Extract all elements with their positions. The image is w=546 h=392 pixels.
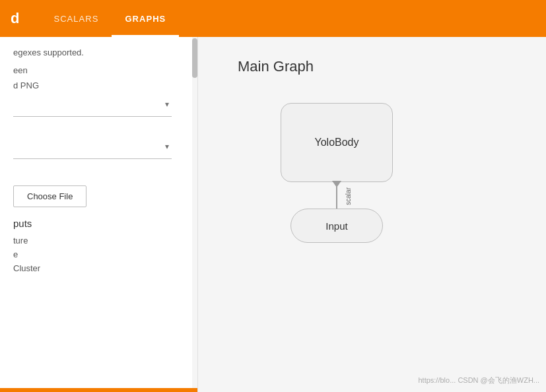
choose-file-button[interactable]: Choose File [13, 185, 86, 207]
sidebar: egexes supported. een d PNG Choose File … [0, 37, 198, 392]
nav-item-graphs[interactable]: GRAPHS [112, 0, 179, 37]
edge-connector: scalar [336, 182, 337, 209]
inputs-title: puts [13, 218, 184, 229]
bottom-accent-bar [0, 388, 197, 392]
app-logo: d [11, 10, 19, 27]
watermark: https://blo... CSDN @会飞的渔WZH... [418, 376, 539, 385]
regex-text: egexes supported. [13, 48, 184, 57]
graph-container: YoloBody scalar Input [238, 103, 436, 243]
main-layout: egexes supported. een d PNG Choose File … [0, 37, 546, 392]
dropdown1[interactable] [13, 96, 172, 117]
header: d SCALARS GRAPHS [0, 0, 546, 37]
dropdown2[interactable] [13, 138, 172, 159]
scrollbar-thumb[interactable] [192, 38, 197, 78]
sidebar-item-3: Cluster [13, 263, 184, 273]
node-yolobody[interactable]: YoloBody [281, 103, 393, 182]
node-input[interactable]: Input [290, 209, 383, 243]
nav-item-scalars[interactable]: SCALARS [40, 0, 112, 37]
sidebar-item-1: ture [13, 236, 184, 245]
dropdown1-wrapper [13, 96, 172, 127]
seen-label: een [13, 65, 184, 75]
png-label: d PNG [13, 81, 184, 90]
main-nav: SCALARS GRAPHS [40, 0, 179, 37]
edge-label: scalar [345, 187, 352, 205]
sidebar-item-2: e [13, 249, 184, 259]
dropdown2-wrapper [13, 138, 172, 170]
graph-area: Main Graph YoloBody scalar Input https:/… [198, 37, 546, 392]
graph-title: Main Graph [238, 58, 314, 75]
edge-arrow [332, 181, 341, 187]
scrollbar-track [192, 37, 197, 392]
sidebar-content: egexes supported. een d PNG Choose File … [0, 37, 197, 288]
